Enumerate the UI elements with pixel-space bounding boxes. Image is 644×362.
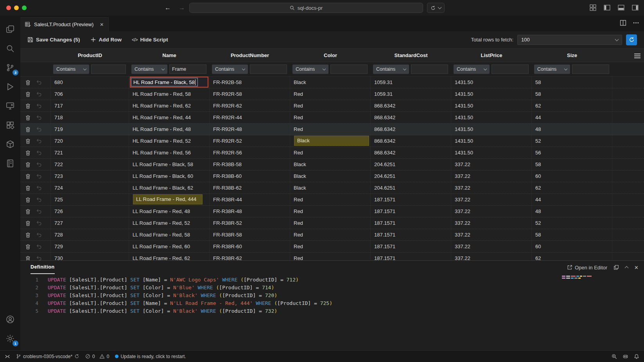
cell-color[interactable]: Red [290, 112, 371, 123]
editor-actions-more-icon[interactable] [633, 20, 639, 26]
revert-row-icon[interactable] [36, 103, 42, 108]
cell-size[interactable]: 58 [532, 77, 612, 88]
settings-gear-icon[interactable]: 1 [1, 329, 20, 348]
cell-standard-cost[interactable]: 204.6251 [371, 170, 451, 182]
cell-list-price[interactable]: 1431.50 [451, 147, 532, 158]
cell-standard-cost[interactable]: 868.6342 [371, 112, 451, 123]
cell-list-price[interactable]: 337.22 [451, 253, 532, 260]
column-header-color[interactable]: Color [290, 48, 371, 62]
delete-row-icon[interactable] [25, 197, 30, 203]
table-row[interactable]: 721HL Road Frame - Red, 56FR-R92R-56Red8… [20, 147, 644, 159]
cell-size[interactable]: 44 [532, 194, 612, 205]
revert-row-icon[interactable] [36, 162, 42, 167]
minimize-window-button[interactable] [14, 5, 19, 10]
cell-product-number[interactable]: FR-R92R-62 [210, 100, 290, 111]
cell-standard-cost[interactable]: 868.6342 [371, 100, 451, 111]
delete-row-icon[interactable] [25, 244, 30, 249]
cell-standard-cost[interactable]: 187.1571 [371, 229, 451, 240]
cell-list-price[interactable]: 337.22 [451, 182, 532, 194]
remote-indicator-icon[interactable] [5, 354, 10, 359]
zoom-icon[interactable] [612, 354, 617, 359]
cell-color[interactable]: Red [290, 253, 371, 260]
toggle-primary-sidebar-icon[interactable] [603, 3, 611, 12]
tab-definition[interactable]: Definition [30, 261, 55, 274]
cell-standard-cost[interactable]: 187.1571 [371, 217, 451, 229]
delete-row-icon[interactable] [25, 232, 30, 238]
cell-product-id[interactable]: 726 [51, 206, 129, 217]
table-row[interactable]: 718HL Road Frame - Red, 44FR-R92R-44Red8… [20, 112, 644, 124]
cell-product-id[interactable]: 721 [51, 147, 129, 158]
cell-color[interactable]: Red [290, 206, 371, 217]
cell-list-price[interactable]: 337.22 [451, 241, 532, 252]
table-row[interactable]: 719HL Road Frame - Red, 48FR-R92R-48Red8… [20, 124, 644, 135]
cell-product-id[interactable]: 728 [51, 229, 129, 240]
revert-row-icon[interactable] [36, 220, 42, 226]
cell-product-id[interactable]: 719 [51, 124, 129, 135]
cell-color[interactable]: Red [290, 194, 371, 205]
cell-standard-cost[interactable]: 187.1571 [371, 194, 451, 205]
cell-size[interactable]: 62 [532, 182, 612, 194]
cell-standard-cost[interactable]: 187.1571 [371, 253, 451, 260]
table-row[interactable]: 720HL Road Frame - Red, 52FR-R92R-52Blac… [20, 135, 644, 147]
cell-product-id[interactable]: 723 [51, 170, 129, 182]
revert-row-icon[interactable] [36, 127, 42, 132]
cell-list-price[interactable]: 1431.50 [451, 135, 532, 147]
cell-product-id[interactable]: 717 [51, 100, 129, 111]
cell-color[interactable]: Black [290, 170, 371, 182]
cell-product-id[interactable]: 725 [51, 194, 129, 205]
cell-product-id[interactable]: 727 [51, 217, 129, 229]
update-ready-item[interactable]: Update is ready, click to restart. [115, 354, 186, 359]
cell-product-number[interactable]: FR-R92R-52 [210, 135, 290, 147]
cell-product-id[interactable]: 722 [51, 159, 129, 170]
revert-row-icon[interactable] [36, 256, 42, 260]
grid-menu-icon[interactable] [634, 52, 640, 59]
revert-row-icon[interactable] [36, 232, 42, 237]
cell-name[interactable]: LL Road Frame - Black, 60 [129, 170, 210, 182]
cell-product-id[interactable]: 680 [51, 77, 129, 88]
forward-button[interactable]: → [177, 3, 187, 13]
cell-name[interactable]: HL Road Frame - Black, 58 [129, 77, 210, 88]
table-row[interactable]: 725LL Road Frame - Red, 444FR-R38R-44Red… [20, 194, 644, 206]
table-row[interactable]: 717HL Road Frame - Red, 62FR-R92R-62Red8… [20, 100, 644, 112]
filter-operator-name[interactable]: Contains [131, 65, 167, 74]
cell-standard-cost[interactable]: 868.6342 [371, 124, 451, 135]
cell-list-price[interactable]: 1431.50 [451, 124, 532, 135]
revert-row-icon[interactable] [36, 185, 42, 190]
cell-product-id[interactable]: 730 [51, 253, 129, 260]
cell-size[interactable]: 56 [532, 147, 612, 158]
cell-color[interactable]: Red [290, 217, 371, 229]
cell-list-price[interactable]: 337.22 [451, 194, 532, 205]
cell-size[interactable]: 58 [532, 88, 612, 100]
cell-standard-cost[interactable]: 1059.31 [371, 88, 451, 100]
cell-product-number[interactable]: FR-R92R-48 [210, 124, 290, 135]
cell-product-number[interactable]: FR-R38B-60 [210, 170, 290, 182]
cell-product-number[interactable]: FR-R92R-56 [210, 147, 290, 158]
cell-color[interactable]: Black [290, 77, 371, 88]
filter-operator-product_id[interactable]: Contains [53, 65, 89, 74]
filter-input-list_price[interactable] [492, 65, 529, 74]
cell-size[interactable]: 48 [532, 124, 612, 135]
revert-row-icon[interactable] [36, 197, 42, 202]
cell-editor[interactable]: HL Road Frame - Black, 58 [130, 77, 208, 88]
delete-row-icon[interactable] [25, 150, 30, 156]
cell-name[interactable]: HL Road Frame - Red, 56 [129, 147, 210, 158]
customize-layout-icon[interactable] [588, 3, 597, 12]
cell-product-number[interactable]: FR-R38R-62 [210, 253, 290, 260]
cell-standard-cost[interactable]: 868.6342 [371, 135, 451, 147]
filter-operator-standard_cost[interactable]: Contains [373, 65, 409, 74]
cell-size[interactable]: 52 [532, 217, 612, 229]
cell-standard-cost[interactable]: 204.6251 [371, 182, 451, 194]
cell-size[interactable]: 52 [532, 135, 612, 147]
cell-name[interactable]: HL Road Frame - Red, 62 [129, 100, 210, 111]
cell-standard-cost[interactable]: 1059.31 [371, 77, 451, 88]
total-rows-combobox[interactable]: 100 [517, 35, 622, 45]
source-control-icon[interactable]: 3 [1, 58, 20, 77]
filter-input-color[interactable] [330, 65, 368, 74]
extensions-icon[interactable] [1, 115, 20, 134]
cell-product-id[interactable]: 718 [51, 112, 129, 123]
account-icon[interactable] [1, 310, 20, 329]
delete-row-icon[interactable] [25, 256, 30, 261]
filter-operator-color[interactable]: Contains [292, 65, 328, 74]
tab-close-icon[interactable]: ✕ [100, 22, 104, 27]
tab-salesLT-product[interactable]: SalesLT.Product (Preview) ✕ [20, 17, 109, 31]
